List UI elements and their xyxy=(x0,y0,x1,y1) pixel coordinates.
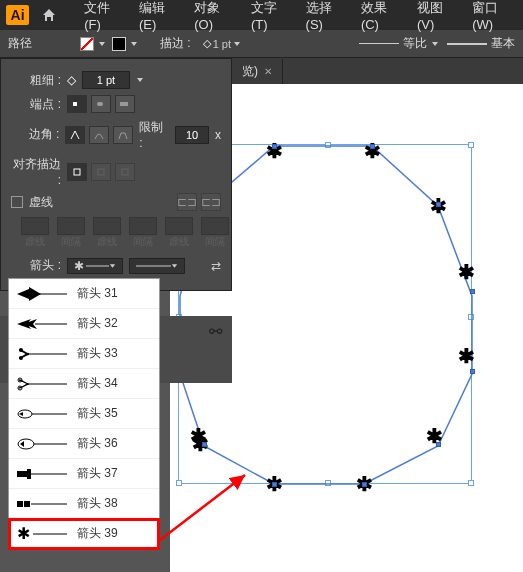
svg-rect-23 xyxy=(27,469,31,479)
anchor-point[interactable] xyxy=(272,482,277,487)
svg-point-13 xyxy=(19,356,23,360)
star-arrowhead: ✱ xyxy=(458,344,475,368)
chevron-down-icon[interactable] xyxy=(136,76,144,84)
stroke-panel: 粗细 : ◇ 端点 : 边角 : 限制 : x 对齐描边 : xyxy=(0,58,232,291)
anchor-point[interactable] xyxy=(436,442,441,447)
link-icon[interactable]: ⚯ xyxy=(209,322,222,341)
chevron-down-icon[interactable] xyxy=(98,40,106,48)
gap-field xyxy=(57,217,85,235)
stroke-label: 描边 : xyxy=(160,35,191,52)
app-logo: Ai xyxy=(6,5,29,25)
menu-effect[interactable]: 效果(C) xyxy=(361,0,403,32)
align-stroke-label: 对齐描边 : xyxy=(11,156,61,187)
menu-window[interactable]: 窗口(W) xyxy=(472,0,517,32)
basic-label: 基本 xyxy=(491,35,515,52)
anchor-point[interactable] xyxy=(362,482,367,487)
arrowhead-option-34[interactable]: 箭头 34 xyxy=(9,369,159,399)
option-label: 箭头 37 xyxy=(77,465,118,482)
svg-text:✱: ✱ xyxy=(17,527,30,541)
tab-label: 览) xyxy=(242,63,258,80)
menu-edit[interactable]: 编辑(E) xyxy=(139,0,180,32)
chevron-down-icon xyxy=(431,40,439,48)
home-icon[interactable] xyxy=(37,3,60,27)
titlebar: Ai 文件(F) 编辑(E) 对象(O) 文字(T) 选择(S) 效果(C) 视… xyxy=(0,0,523,30)
option-label: 箭头 39 xyxy=(77,525,118,542)
dash-align-button: ⊏⊐ xyxy=(177,193,197,211)
stroke-weight-value: 1 pt xyxy=(213,38,231,50)
join-bevel-button[interactable] xyxy=(113,126,133,144)
stroke-swatch[interactable] xyxy=(112,37,126,51)
weight-input[interactable] xyxy=(82,71,130,89)
arrowhead-option-37[interactable]: 箭头 37 xyxy=(9,459,159,489)
menu-view[interactable]: 视图(V) xyxy=(417,0,458,32)
option-label: 箭头 36 xyxy=(77,435,118,452)
join-round-button[interactable] xyxy=(89,126,109,144)
gap-field xyxy=(201,217,229,235)
svg-text:✱: ✱ xyxy=(74,261,84,271)
join-miter-button[interactable] xyxy=(65,126,85,144)
arrowhead-label: 箭头 : xyxy=(11,257,61,274)
cap-projecting-button[interactable] xyxy=(115,95,135,113)
anchor-point[interactable] xyxy=(370,144,375,149)
cap-butt-button[interactable] xyxy=(67,95,87,113)
option-label: 箭头 38 xyxy=(77,495,118,512)
caps-label: 端点 : xyxy=(11,96,61,113)
option-label: 箭头 33 xyxy=(77,345,118,362)
svg-rect-25 xyxy=(17,501,23,507)
selection-type-label: 路径 xyxy=(8,35,32,52)
control-bar: 路径 描边 : ◇ 1 pt 等比 基本 xyxy=(0,30,523,58)
brush-dropdown[interactable]: 基本 xyxy=(447,35,515,52)
cap-round-button[interactable] xyxy=(91,95,111,113)
arrowhead-start-dropdown[interactable]: ✱ xyxy=(67,258,123,274)
limit-unit: x xyxy=(215,128,221,142)
miter-limit-input[interactable] xyxy=(175,126,209,144)
dashed-line-checkbox[interactable]: 虚线 xyxy=(11,194,53,211)
profile-dropdown[interactable]: 等比 xyxy=(359,35,439,52)
dash-field xyxy=(93,217,121,235)
arrowhead-option-32[interactable]: 箭头 32 xyxy=(9,309,159,339)
dash-field xyxy=(21,217,49,235)
arrowhead-option-38[interactable]: 箭头 38 xyxy=(9,489,159,519)
align-center-button[interactable] xyxy=(67,163,87,181)
svg-rect-5 xyxy=(98,169,104,175)
svg-rect-6 xyxy=(122,169,128,175)
menu-object[interactable]: 对象(O) xyxy=(194,0,237,32)
dash-align-corner-button: ⊏⊐ xyxy=(201,193,221,211)
close-icon[interactable]: ✕ xyxy=(264,66,272,77)
svg-line-30 xyxy=(160,475,245,540)
miter-limit-label: 限制 : xyxy=(139,119,169,150)
svg-rect-1 xyxy=(73,102,77,106)
ratio-label: 等比 xyxy=(403,35,427,52)
arrowhead-option-31[interactable]: 箭头 31 xyxy=(9,279,159,309)
menu-type[interactable]: 文字(T) xyxy=(251,0,292,32)
option-label: 箭头 32 xyxy=(77,315,118,332)
arrowhead-end-dropdown[interactable] xyxy=(129,258,185,274)
menu-select[interactable]: 选择(S) xyxy=(306,0,347,32)
anchor-point[interactable] xyxy=(470,289,475,294)
anchor-point[interactable] xyxy=(470,369,475,374)
arrowhead-option-39[interactable]: ✱ 箭头 39 xyxy=(9,519,159,549)
svg-rect-22 xyxy=(17,471,27,477)
star-arrowhead: ✱ xyxy=(458,260,475,284)
arrowhead-option-33[interactable]: 箭头 33 xyxy=(9,339,159,369)
anchor-point[interactable] xyxy=(436,202,441,207)
menu-bar: 文件(F) 编辑(E) 对象(O) 文字(T) 选择(S) 效果(C) 视图(V… xyxy=(84,0,517,32)
gap-field xyxy=(129,217,157,235)
stroke-weight-dropdown[interactable]: ◇ 1 pt xyxy=(199,36,245,51)
fill-swatch[interactable] xyxy=(80,37,94,51)
document-tab[interactable]: 览) ✕ xyxy=(232,59,283,84)
tab-bar: 览) ✕ xyxy=(232,58,523,84)
star-arrowhead: ✱ xyxy=(266,139,283,163)
swap-arrowheads-icon[interactable]: ⇄ xyxy=(211,259,221,273)
svg-rect-2 xyxy=(97,102,103,106)
dashed-label: 虚线 xyxy=(29,194,53,211)
annotation-arrow xyxy=(155,470,255,550)
arrowhead-option-35[interactable]: 箭头 35 xyxy=(9,399,159,429)
menu-file[interactable]: 文件(F) xyxy=(84,0,125,32)
svg-point-12 xyxy=(19,348,23,352)
anchor-point[interactable] xyxy=(202,442,207,447)
chevron-down-icon[interactable] xyxy=(130,40,138,48)
option-label: 箭头 35 xyxy=(77,405,118,422)
arrowhead-option-36[interactable]: 箭头 36 xyxy=(9,429,159,459)
anchor-point[interactable] xyxy=(272,144,277,149)
